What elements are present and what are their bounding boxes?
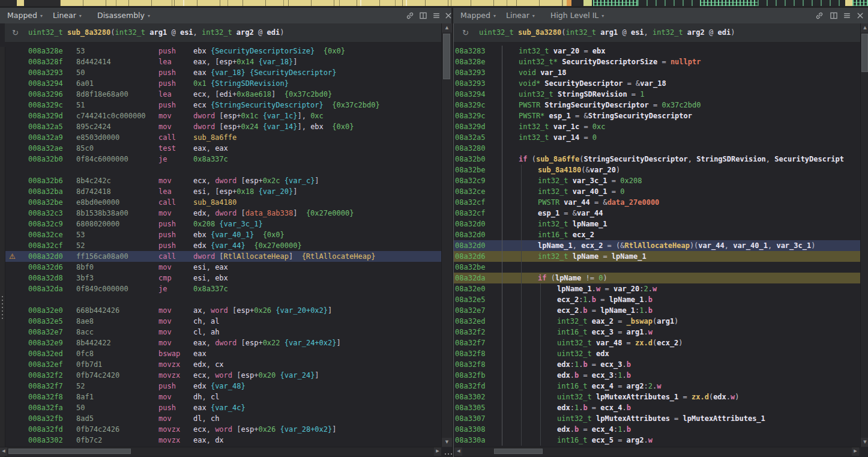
vertical-scrollbar[interactable]: ▲ ▼	[860, 23, 868, 447]
disasm-row[interactable]: 008a32ef0fb7d1movzxedx, cx	[5, 359, 441, 370]
hlil-row[interactable]: 08a32fdint16_t ecx_4 = arg2:2.w	[454, 381, 860, 392]
disasm-row[interactable]: 008a32e98b442422moveax, dword [esp+0x22 …	[5, 337, 441, 348]
disasm-row[interactable]: 008a32b68b4c242cmovecx, dword [esp+0x2c …	[5, 175, 441, 186]
disasm-row[interactable]: 008a32b00f84c6000000je0x8a337c	[5, 154, 441, 165]
scroll-right-button[interactable]: ▶	[852, 447, 859, 456]
disasm-row[interactable]: 008a32fb8ad5movdl, ch	[5, 413, 441, 424]
hlil-row[interactable]: 08a3307uint32_t lpMutexAttributes = lpMu…	[454, 413, 860, 424]
scroll-left-button[interactable]: ◀	[0, 447, 7, 456]
hlil-row[interactable]: 08a32e0lpName_1.w = var_20:2.w	[454, 283, 860, 294]
disasm-row[interactable]: 008a32e58ae8movch, al	[5, 316, 441, 327]
il-mode-dropdown[interactable]: High Level IL▾	[550, 8, 604, 23]
hlil-row[interactable]: 08a32f2int16_t ecx_3 = arg1.w	[454, 327, 860, 337]
vertical-scrollbar-handle[interactable]	[443, 34, 450, 79]
disasm-row[interactable]: 008a32bee8bd0e0000callsub_8a4180	[5, 197, 441, 208]
scroll-down-button[interactable]: ▼	[442, 438, 452, 447]
disasm-row[interactable]: 008a32ba8d742418leaesi, [esp+0x18 {var_2…	[5, 186, 441, 197]
disasm-row[interactable]: 008a32f88af1movdh, cl	[5, 392, 441, 402]
sync-link-icon[interactable]	[406, 11, 414, 20]
hlil-row[interactable]: 08a329dint32_t var_1c = 0xc	[454, 121, 860, 132]
close-icon[interactable]	[856, 11, 864, 20]
sync-link-icon[interactable]	[815, 11, 824, 20]
disasm-row[interactable]: 008a32a9e8503d0000callsub_8a6ffe	[5, 132, 441, 143]
hlil-row[interactable]: 08a32d0int16_t ecx_2	[454, 229, 860, 240]
vertical-scrollbar-handle[interactable]	[861, 34, 868, 72]
disasm-row[interactable]: 008a32ed0fc8bswapeax	[5, 348, 441, 359]
disasm-row[interactable]: 008a329350pusheax {var_18} {SecurityDesc…	[5, 67, 441, 78]
view-dropdown[interactable]: Mapped▾	[460, 8, 496, 23]
hlil-row[interactable]: 08a3293void var_18	[454, 67, 860, 78]
hlil-row[interactable]: 08a32c9int32_t var_3c_1 = 0x208	[454, 175, 860, 186]
disasm-row[interactable]: 008a32946a01push0x1 {StringSDRevision}	[5, 78, 441, 89]
layout-dropdown[interactable]: Linear▾	[53, 8, 82, 23]
hlil-row[interactable]: 08a32e7ecx_2.b = lpName_1:1.b	[454, 305, 860, 316]
hlil-row[interactable]: 08a3283int32_t var_20 = ebx	[454, 46, 860, 56]
disasm-row[interactable]: 008a32cf52pushedx {var_44} {0x27e0000}	[5, 240, 441, 251]
hlil-row[interactable]: 08a3302uint32_t lpMutexAttributes_1 = zx…	[454, 392, 860, 402]
disasm-row[interactable]: 008a32c38b1538b38a00movedx, dword [data_…	[5, 208, 441, 219]
disasm-row[interactable]: 008a32fa50pusheax {var_4c}	[5, 402, 441, 413]
hlil-row[interactable]: 08a32cfesp_1 = &var_44	[454, 208, 860, 219]
hlil-row[interactable]: 08a32b0if (sub_8a6ffe(StringSecurityDesc…	[454, 154, 860, 165]
disasm-row[interactable]: 008a33020fb7c2movzxeax, dx	[5, 435, 441, 446]
disasm-row[interactable]: 008a328f8d442414leaeax, [esp+0x14 {var_1…	[5, 56, 441, 67]
close-icon[interactable]	[444, 11, 453, 20]
disasm-row[interactable]: 008a32a5895c2424movdword [esp+0x24 {var_…	[5, 121, 441, 132]
menu-icon[interactable]	[843, 11, 851, 20]
scroll-left-button[interactable]: ◀	[455, 447, 462, 456]
disasm-row[interactable]	[5, 294, 441, 305]
il-mode-dropdown[interactable]: Disassembly▾	[97, 8, 150, 23]
disasm-row[interactable]: 008a32da0f849c000000je0x8a337c	[5, 283, 441, 294]
hlil-row[interactable]: 08a32a5int32_t var_14 = 0	[454, 132, 860, 143]
hlil-row[interactable]: 08a32d0int32_t lpName_1	[454, 219, 860, 229]
disasm-row[interactable]: 008a32ae85c0testeax, eax	[5, 143, 441, 154]
disasm-row[interactable]: 008a329dc744241c0c000000movdword [esp+0x…	[5, 110, 441, 121]
hlil-row[interactable]: 08a32be	[454, 262, 860, 273]
function-signature-row[interactable]: ↻ uint32_t sub_8a3280(int32_t arg1 @ esi…	[454, 23, 860, 43]
splitter-grip[interactable]	[445, 453, 453, 455]
hlil-row[interactable]: 08a32fbedx.b = ecx_3:1.b	[454, 370, 860, 381]
split-pane-icon[interactable]	[419, 11, 427, 20]
hlil-row[interactable]: 08a328euint32_t* SecurityDescriptorSize …	[454, 56, 860, 67]
disasm-row[interactable]: 008a32e0668b442426movax, word [esp+0x26 …	[5, 305, 441, 316]
hlil-row[interactable]: 08a3293void* SecurityDescriptor = &var_1…	[454, 78, 860, 89]
disasm-row[interactable]: 008a328e53pushebx {SecurityDescriptorSiz…	[5, 46, 441, 56]
scroll-up-button[interactable]: ▲	[442, 23, 452, 32]
scroll-down-button[interactable]: ▼	[861, 438, 868, 447]
hlil-row[interactable]: 08a329cPWSTR StringSecurityDescriptor = …	[454, 100, 860, 110]
disasm-row[interactable]: 008a32f20fb74c2420movzxecx, word [esp+0x…	[5, 370, 441, 381]
hlil-row[interactable]: 08a330aint16_t ecx_5 = arg2.w	[454, 435, 860, 446]
function-signature-row[interactable]: ↻ uint32_t sub_8a3280(int32_t arg1 @ esi…	[5, 23, 441, 43]
hlil-row[interactable]: 08a329cPWSTR* esp_1 = &StringSecurityDes…	[454, 110, 860, 121]
disasm-row[interactable]: 008a32d83bf3cmpesi, ebx	[5, 273, 441, 283]
disasm-row[interactable]: 008a32f752pushedx {var_48}	[5, 381, 441, 392]
hlil-row[interactable]: 08a3294uint32_t StringSDRevision = 1	[454, 89, 860, 100]
hlil-row[interactable]: 08a3308edx.b = ecx_4:1.b	[454, 424, 860, 435]
disasm-row[interactable]	[5, 165, 441, 175]
hlil-row[interactable]: 08a32f8uint32_t edx	[454, 348, 860, 359]
disasm-row[interactable]: ⚠008a32d0ff156ca08a00calldword [RtlAlloc…	[5, 251, 441, 262]
reanalyze-icon[interactable]: ↻	[462, 23, 469, 42]
disasm-row[interactable]: 008a32968d8f18e68a00leaecx, [edi+0x8ae61…	[5, 89, 441, 100]
hlil-row[interactable]: 08a32ceint32_t var_40_1 = 0	[454, 186, 860, 197]
disasm-row[interactable]: 008a32fd0fb74c2426movzxecx, word [esp+0x…	[5, 424, 441, 435]
hlil-row[interactable]: 08a3280	[454, 143, 860, 154]
hlil-row[interactable]: 08a32cfPWSTR var_44 = &data_27e0000	[454, 197, 860, 208]
hlil-row[interactable]: 08a32e5ecx_2:1.b = lpName_1.b	[454, 294, 860, 305]
hlil-row[interactable]: 08a3305edx:1.b = ecx_4.b	[454, 402, 860, 413]
scroll-right-button[interactable]: ▶	[434, 447, 441, 456]
scroll-up-button[interactable]: ▲	[861, 23, 868, 32]
hlil-row[interactable]: 08a32daif (lpName != 0)	[454, 273, 860, 283]
disasm-row[interactable]: 008a32d68bf0movesi, eax	[5, 262, 441, 273]
splitter-grip[interactable]	[2, 294, 3, 319]
hlil-row[interactable]: 08a32d0lpName_1, ecx_2 = (&RtlAllocateHe…	[454, 240, 860, 251]
hlil-row[interactable]: 08a32d6int32_t lpName = lpName_1	[454, 251, 860, 262]
view-dropdown[interactable]: Mapped▾	[7, 8, 43, 23]
hlil-row[interactable]: 08a32edint32_t eax_2 = _bswap(arg1)	[454, 316, 860, 327]
horizontal-scrollbar[interactable]: ◀ ▶	[0, 447, 441, 456]
reanalyze-icon[interactable]: ↻	[12, 23, 19, 42]
split-pane-icon[interactable]	[830, 11, 838, 20]
vertical-scrollbar[interactable]: ▲ ▼	[441, 23, 452, 447]
hlil-row[interactable]: 08a32f8edx:1.b = ecx_3.b	[454, 359, 860, 370]
horizontal-scrollbar-handle[interactable]	[494, 449, 543, 454]
